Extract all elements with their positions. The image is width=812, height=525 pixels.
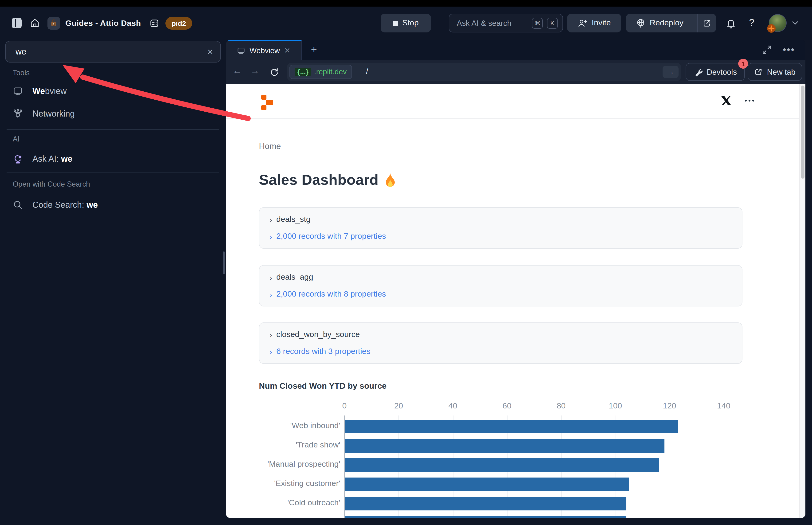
breadcrumb[interactable]: Home	[259, 141, 281, 151]
redeploy-button[interactable]: Redeploy	[626, 14, 693, 32]
search-placeholder: Ask AI & search	[457, 18, 528, 28]
category-label: 'Cold outreach'	[287, 498, 340, 508]
x-tick-label: 100	[603, 401, 627, 411]
help-icon[interactable]: ?	[749, 17, 754, 28]
dataset-card-deals-stg: › deals_stg › 2,000 records with 7 prope…	[259, 207, 742, 249]
stop-icon	[393, 20, 398, 26]
dataset-name[interactable]: closed_won_by_source	[276, 330, 360, 339]
browser-toolbar: ← → {...} .replit.dev / → Devtools 1	[226, 60, 806, 84]
match-text: We	[32, 86, 45, 96]
section-header-tools: Tools	[13, 66, 30, 80]
x-tick-label: 40	[441, 401, 464, 411]
url-subdomain-chip: {...}	[295, 68, 311, 76]
pid-badge[interactable]: pid2	[165, 17, 192, 30]
sidebar-item-webview[interactable]: Webview	[0, 81, 226, 101]
records-link[interactable]: 6 records with 3 properties	[276, 347, 370, 356]
dataset-card-deals-agg: › deals_agg › 2,000 records with 8 prope…	[259, 265, 742, 306]
sidebar-item-networking[interactable]: Networking	[0, 104, 226, 124]
dataset-name[interactable]: deals_stg	[276, 215, 311, 224]
ai-sparkle-icon	[13, 154, 23, 164]
ask-ai-search-input[interactable]: Ask AI & search ⌘ K	[449, 14, 563, 32]
repl-list-icon[interactable]	[150, 18, 159, 28]
dataset-card-closed-won: › closed_won_by_source › 6 records with …	[259, 322, 742, 364]
chevron-right-icon[interactable]: ›	[270, 331, 272, 339]
pane-menu-icon[interactable]: •••	[783, 45, 795, 55]
match-text: we	[87, 200, 98, 209]
window-title: Guides - Attio Dash	[65, 19, 141, 28]
bar	[345, 477, 629, 491]
search-icon	[13, 200, 23, 210]
repl-app-icon[interactable]	[47, 17, 60, 30]
records-link[interactable]: 2,000 records with 7 properties	[276, 232, 386, 241]
x-tick-label: 120	[658, 401, 681, 411]
sidebar-search-input[interactable]: we ×	[5, 41, 221, 62]
sidebar-toggle-icon[interactable]	[12, 18, 21, 28]
back-icon[interactable]: ←	[233, 66, 242, 76]
tab-webview[interactable]: Webview ✕	[226, 40, 302, 60]
x-tick-label: 80	[549, 401, 573, 411]
bar-chart: 020406080100120140'Web inbound''Trade sh…	[259, 399, 742, 518]
chevron-right-icon[interactable]: ›	[270, 273, 272, 281]
x-twitter-icon[interactable]	[721, 95, 732, 106]
workspace-header: Guides - Attio Dash pid2 Stop Ask AI & s…	[0, 6, 812, 40]
close-tab-icon[interactable]: ✕	[284, 46, 290, 55]
web-page-content: Home Sales Dashboard › deals_stg › 2,000…	[226, 84, 806, 518]
scrollbar-thumb[interactable]	[801, 86, 805, 179]
invite-button[interactable]: Invite	[567, 14, 621, 32]
clear-search-icon[interactable]: ×	[208, 46, 213, 57]
monitor-icon	[237, 46, 245, 55]
devtools-button[interactable]: Devtools 1	[686, 63, 745, 81]
open-in-new-tab-button[interactable]: New tab	[748, 63, 802, 81]
chevron-right-icon[interactable]: ›	[270, 290, 272, 298]
chevron-right-icon[interactable]: ›	[270, 348, 272, 356]
chevron-right-icon[interactable]: ›	[270, 232, 272, 240]
x-tick-label: 0	[333, 401, 356, 411]
new-tab-plus-icon[interactable]: +	[307, 43, 321, 57]
category-label: 'Existing customer'	[274, 479, 340, 488]
avatar[interactable]	[769, 14, 787, 32]
redeploy-button-group: Redeploy	[626, 14, 716, 32]
pane-tab-bar: Webview ✕ + •••	[226, 40, 806, 60]
replit-workspace: Guides - Attio Dash pid2 Stop Ask AI & s…	[0, 0, 812, 525]
avatar-sparkle-badge	[767, 24, 776, 33]
top-black-strip	[0, 0, 812, 6]
dataset-name[interactable]: deals_agg	[276, 273, 313, 282]
refresh-icon[interactable]	[269, 67, 279, 77]
stop-button[interactable]: Stop	[381, 14, 431, 32]
go-button[interactable]: →	[662, 66, 678, 78]
records-link[interactable]: 2,000 records with 8 properties	[276, 289, 386, 299]
chevron-down-icon[interactable]	[792, 21, 798, 25]
pane-resize-handle[interactable]	[223, 252, 225, 274]
category-label: 'Manual prospecting'	[267, 460, 340, 469]
section-header-ai: AI	[13, 132, 19, 146]
url-bar[interactable]: {...} .replit.dev / →	[287, 63, 681, 81]
bar	[345, 458, 659, 472]
chart-title: Num Closed Won YTD by source	[259, 381, 386, 391]
external-link-icon	[754, 68, 763, 76]
sidebar-item-code-search[interactable]: Code Search: we	[0, 195, 226, 215]
url-host-pill[interactable]: {...} .replit.dev	[289, 65, 352, 79]
search-query-text: we	[16, 47, 208, 57]
open-deployment-button[interactable]	[698, 14, 716, 32]
divider	[6, 172, 219, 173]
x-tick-label: 60	[495, 401, 519, 411]
expand-pane-icon[interactable]	[762, 45, 771, 55]
chevron-right-icon[interactable]: ›	[270, 215, 272, 224]
x-tick-label: 140	[712, 401, 735, 411]
k-key: K	[547, 18, 558, 28]
deploy-globe-icon	[635, 18, 645, 28]
forward-icon[interactable]: →	[250, 66, 259, 76]
external-link-icon	[703, 18, 711, 28]
home-icon[interactable]	[30, 18, 40, 28]
match-text: we	[61, 154, 72, 163]
monitor-icon	[13, 86, 23, 96]
bar	[345, 516, 626, 518]
replit-logo[interactable]	[261, 94, 274, 110]
page-menu-icon[interactable]	[745, 100, 754, 102]
fire-emoji	[384, 172, 396, 188]
wrench-icon	[693, 68, 703, 76]
notifications-bell-icon[interactable]	[725, 18, 736, 29]
scrollbar[interactable]	[799, 84, 806, 518]
divider	[6, 129, 219, 130]
sidebar-item-ask-ai[interactable]: Ask AI: we	[0, 149, 226, 169]
